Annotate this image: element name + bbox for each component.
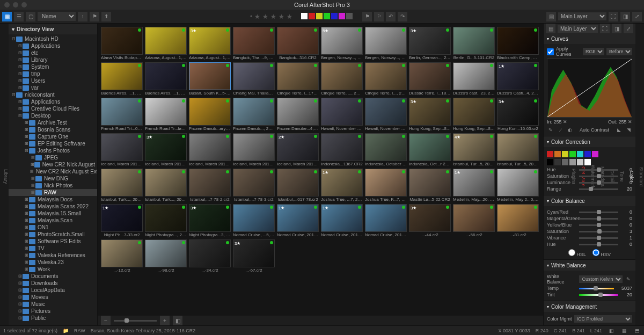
- thumbnail[interactable]: 3★...-44.cr2: [409, 204, 451, 237]
- thumbnail[interactable]: Indonesia...1367.CR2: [321, 133, 363, 166]
- flag-icon[interactable]: ⚑: [362, 12, 372, 21]
- color-swatch[interactable]: [547, 151, 553, 157]
- tree-item[interactable]: ⊞tmp: [9, 70, 97, 77]
- tree-item[interactable]: ⊞New DNG: [9, 175, 97, 182]
- tab-library[interactable]: Library: [3, 169, 9, 184]
- curves-channel-select[interactable]: RGB: [583, 48, 604, 55]
- thumbnail[interactable]: Buenos Aires, ...1, 2016-44.cr2: [145, 62, 187, 96]
- eyedropper-black-icon[interactable]: ◣: [615, 126, 623, 134]
- tree-item[interactable]: ⊞etc: [9, 49, 97, 56]
- thumbnail[interactable]: Hawaii, November 2016-22.cr2: [365, 98, 407, 131]
- thumbnail[interactable]: Medellin, May 2...0, 2016-67.cr2: [497, 169, 539, 202]
- panel-expand-icon[interactable]: ⤢: [624, 24, 633, 33]
- thumbnail[interactable]: Hong Kong, Sep...8, 2016-622.cr2: [453, 98, 495, 131]
- fullscreen-icon[interactable]: ⛶: [609, 12, 618, 21]
- view-list-icon[interactable]: ☰: [14, 12, 24, 21]
- cyanred-slider[interactable]: [579, 212, 618, 213]
- white-balance-header[interactable]: White Balance: [544, 260, 635, 271]
- color-swatch[interactable]: [577, 151, 583, 157]
- rotate-ccw-icon[interactable]: ↶: [386, 12, 396, 21]
- thumbnail[interactable]: Mastin La...5-22.CR2: [409, 169, 451, 202]
- thumbnail[interactable]: Frozen Danube...4, 2016-187.cr2: [277, 98, 319, 131]
- star-4[interactable]: ★: [279, 13, 284, 20]
- tree-item[interactable]: ⊞LocalAppData: [9, 287, 97, 294]
- tree-item[interactable]: ⊞Malaysia.Scan: [9, 217, 97, 224]
- panel-toggle-icon[interactable]: ◨: [612, 24, 621, 33]
- magentagreen-slider[interactable]: [579, 218, 618, 220]
- thumbnail[interactable]: Istanbul,...017-78.cr2: [277, 169, 319, 202]
- color-mgmt-header[interactable]: Color Management: [544, 301, 635, 312]
- status-icon-2[interactable]: ▦: [620, 327, 628, 334]
- thumbnail[interactable]: French Road Tri...02, 2016-27.jpg: [101, 98, 143, 131]
- sort-asc-icon[interactable]: ↑: [78, 12, 87, 21]
- tree-item[interactable]: ⊞EP Editing Software: [9, 140, 97, 147]
- view-single-icon[interactable]: ▢: [26, 12, 35, 21]
- thumbnail[interactable]: Bergen, Norway..., 2016-197.cr2: [365, 27, 407, 60]
- thumbnail[interactable]: 4★Istanbul, Tur...5, 2017-318-2.cr2: [453, 133, 495, 166]
- thumbnail[interactable]: French Road Tr...lay 30, 2016.cr2: [145, 98, 187, 131]
- color-balance-header[interactable]: Color Balance: [544, 195, 635, 206]
- sort-select[interactable]: Name: [38, 12, 76, 21]
- luminance-slider[interactable]: [579, 182, 618, 184]
- color-tag[interactable]: [316, 13, 323, 19]
- vibrance-slider[interactable]: [579, 237, 618, 239]
- star-clear[interactable]: •: [250, 13, 252, 20]
- tree-item[interactable]: ⊞PhotoScratch.Small: [9, 231, 97, 238]
- tree-item[interactable]: ⊞Nick Photos: [9, 182, 97, 189]
- thumbnail[interactable]: Night Photogra..., 2016-162.cr2: [145, 204, 187, 237]
- tree-item[interactable]: ⊞Music: [9, 301, 97, 308]
- yellowblue-slider[interactable]: [579, 224, 618, 226]
- thumbnail[interactable]: Duzzo's cast...23, 2016-69.cr2: [453, 62, 495, 96]
- right-tab[interactable]: Plugins: [571, 169, 576, 185]
- thumbnail[interactable]: 1★Nomad Cruise, 2016-18.cr2: [321, 204, 363, 237]
- tree-item[interactable]: ⊞Archive.Test: [9, 119, 97, 126]
- tree-item[interactable]: ⊞Pictures: [9, 308, 97, 315]
- tree-item[interactable]: ⊞System: [9, 63, 97, 70]
- thumbnail[interactable]: Frozen Danub...ary 2018-6.cr2: [189, 98, 231, 131]
- layers-icon[interactable]: ▤: [546, 12, 556, 21]
- thumbnail[interactable]: Bangkok...316.CR2: [277, 27, 319, 60]
- panels-icon[interactable]: ◨: [620, 12, 630, 21]
- hue-slider[interactable]: [579, 244, 618, 245]
- tree-item[interactable]: ⊞Valeska.23: [9, 259, 97, 266]
- thumbnail[interactable]: Iceland, March 2017-19.cr2: [189, 133, 231, 166]
- star-5[interactable]: ★: [287, 13, 292, 20]
- layer-select[interactable]: Main Layer: [558, 12, 606, 20]
- tree-item[interactable]: ⊞var: [9, 84, 97, 91]
- tree-item[interactable]: ⊞Library: [9, 56, 97, 63]
- thumbnail[interactable]: ...-12.cr2: [101, 239, 143, 273]
- thumbnail[interactable]: 3★Berlin, German..., 2015-291.CR2: [409, 27, 451, 60]
- zoom-in-icon[interactable]: +: [160, 316, 170, 325]
- color-tag[interactable]: [309, 13, 315, 19]
- thumbnail[interactable]: Istanbul,...7-78-2.cr2: [189, 169, 231, 202]
- tree-item[interactable]: ⊞Public: [9, 315, 97, 322]
- hsv-radio[interactable]: HSV: [592, 249, 611, 257]
- tree-item[interactable]: ⊞RAW: [9, 189, 97, 196]
- curve-tool-3[interactable]: ◐: [566, 126, 574, 134]
- tree-item[interactable]: ⊟Macintosh HD: [9, 35, 97, 42]
- wb-preset-select[interactable]: Custom Kelvin: [579, 275, 623, 283]
- panel-layer-select[interactable]: Main Layer: [558, 25, 598, 33]
- layer-add-icon[interactable]: ▤: [546, 24, 555, 33]
- thumbnail[interactable]: Arizona, August...1, 2016-121.cr2: [145, 27, 187, 60]
- tree-item[interactable]: ⊞Users: [9, 77, 97, 84]
- flag2-icon[interactable]: ⚐: [374, 12, 384, 21]
- tint-slider[interactable]: [579, 294, 618, 296]
- right-tab[interactable]: Tone: [619, 171, 625, 182]
- star-1[interactable]: ★: [254, 13, 260, 20]
- hue-slider[interactable]: [579, 169, 618, 171]
- saturation-slider[interactable]: [579, 231, 618, 232]
- thumbnail[interactable]: 3★...-67.cr2: [233, 239, 275, 273]
- tree-item[interactable]: ⊞Malaysia.15.Small: [9, 210, 97, 217]
- color-tag[interactable]: [331, 13, 338, 19]
- curves-panel-header[interactable]: Curves: [544, 33, 635, 44]
- thumbnail[interactable]: Chiang Mai, Thailand 2016.cr2: [233, 62, 275, 96]
- saturation-slider[interactable]: [579, 176, 618, 177]
- color-swatch[interactable]: [562, 151, 568, 157]
- color-tag[interactable]: [301, 13, 308, 19]
- directory-tree[interactable]: ⊟Macintosh HD⊞Applications⊞etc⊞Library⊞S…: [9, 34, 97, 325]
- panel-fullscreen-icon[interactable]: ⛶: [600, 24, 610, 33]
- thumbnail[interactable]: Cinque Terre, ..., 2015-104-2.cr2: [321, 62, 363, 96]
- tree-item[interactable]: ⊞Documents: [9, 273, 97, 280]
- thumbnail[interactable]: Indonesia, October 2017-267.cr2: [365, 133, 407, 166]
